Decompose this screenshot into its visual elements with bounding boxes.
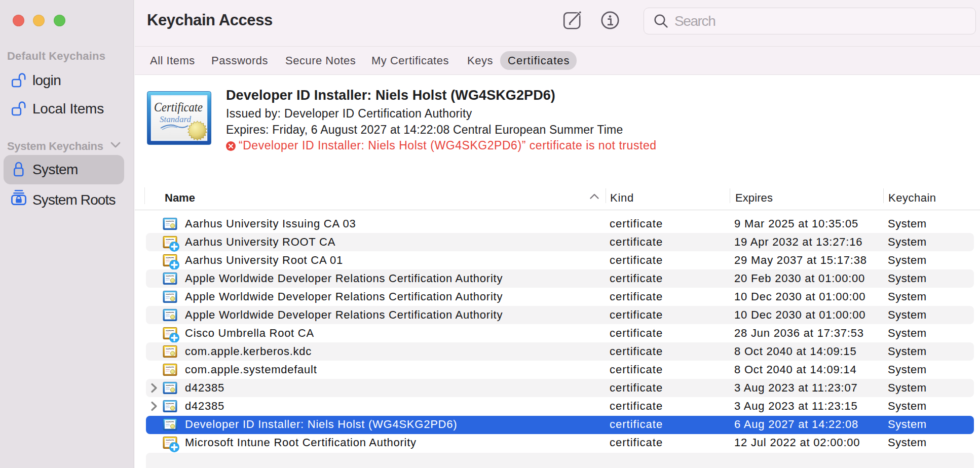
svg-text:Standard: Standard (160, 114, 191, 124)
svg-text:Certificate: Certificate (154, 100, 203, 114)
